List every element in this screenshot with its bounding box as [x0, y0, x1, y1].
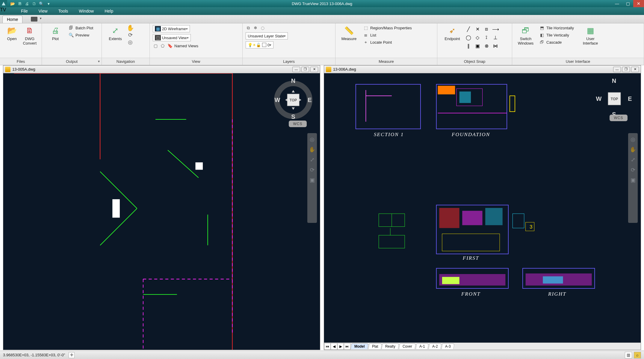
- menu-help[interactable]: Help: [99, 7, 119, 15]
- panel-output: 🖨 Plot 🗐Batch Plot 🔍Preview Output▾: [42, 23, 102, 65]
- menu-tools[interactable]: Tools: [53, 7, 74, 15]
- doc-left-close[interactable]: ✕: [310, 67, 318, 72]
- doc-left-titlebar[interactable]: 13-005A.dwg — ❐ ✕: [3, 66, 320, 73]
- snap-appint-icon[interactable]: ⧇: [482, 25, 491, 33]
- nav-wheel-icon[interactable]: ◎: [631, 136, 635, 143]
- find-icon[interactable]: 🔍: [39, 1, 44, 6]
- measure-button[interactable]: 📏 Measure: [338, 25, 359, 41]
- viewport-single-icon[interactable]: ▢: [153, 43, 158, 48]
- nav-wheel-icon[interactable]: ◎: [310, 136, 315, 143]
- tab-home[interactable]: Home: [2, 16, 22, 23]
- switch-windows-button[interactable]: 🗗 Switch Windows: [515, 25, 536, 45]
- application-menu-button[interactable]: TV: [0, 7, 6, 13]
- model-space-toggle[interactable]: ▥: [625, 352, 632, 358]
- tab-first-button[interactable]: ⏮: [324, 343, 331, 350]
- endpoint-button[interactable]: ➶ Endpoint: [440, 25, 464, 41]
- layout-tab-a2[interactable]: A-2: [428, 343, 442, 349]
- annotation-scale-button[interactable]: ⌕: [634, 352, 641, 358]
- cascade-button[interactable]: 🗗Cascade: [539, 39, 574, 45]
- doc-left-restore[interactable]: ❐: [301, 67, 309, 72]
- tab-prev-button[interactable]: ◀: [331, 343, 337, 350]
- menu-window[interactable]: Window: [73, 7, 99, 15]
- plot-button[interactable]: 🖨 Plot: [45, 25, 66, 41]
- wcs-badge-left[interactable]: WCS: [289, 121, 307, 127]
- snap-mid-icon[interactable]: ╱: [464, 25, 473, 33]
- menu-view[interactable]: View: [33, 7, 53, 15]
- nav-pan-icon[interactable]: ✋: [309, 146, 315, 153]
- print-icon[interactable]: 🖨: [25, 1, 29, 6]
- wcs-badge-right[interactable]: WCS: [610, 115, 628, 121]
- panel-expand-icon[interactable]: ▾: [98, 59, 100, 63]
- open-button[interactable]: 📂 Open: [3, 25, 21, 41]
- tile-horizontal-button[interactable]: ⬒Tile Horizontally: [539, 25, 574, 31]
- nav-zoom-icon[interactable]: ⤢: [310, 156, 315, 163]
- layout-tab-cover[interactable]: Cover: [399, 343, 416, 349]
- current-layer-combo[interactable]: 💡 ☀ 🔓 0▾: [246, 41, 273, 48]
- snap-tan-icon[interactable]: ⟟: [482, 34, 491, 41]
- open-icon[interactable]: 📂: [10, 1, 15, 6]
- orbit-icon[interactable]: ⟳: [128, 32, 133, 38]
- dwg-convert-button[interactable]: 🗎 DWG Convert: [21, 25, 39, 45]
- navbar-left[interactable]: ◎ ✋ ⤢ ⟳ ▣: [307, 133, 317, 223]
- maximize-button[interactable]: ▢: [622, 0, 633, 7]
- named-views-button[interactable]: Named Views: [174, 44, 198, 48]
- nav-orbit-icon[interactable]: ⟳: [310, 167, 315, 173]
- snap-perp-icon[interactable]: ⊥: [491, 34, 500, 41]
- snap-ext-icon[interactable]: ⟶: [491, 25, 500, 33]
- crosshair-toggle[interactable]: ✛: [69, 352, 75, 358]
- layout-tab-a3[interactable]: A-3: [441, 343, 454, 349]
- doc-right-close[interactable]: ✕: [631, 67, 639, 72]
- layer-freeze-icon[interactable]: ❄: [253, 25, 258, 31]
- nav-showmotion-icon[interactable]: ▣: [631, 177, 636, 183]
- viewport-iso-icon[interactable]: ⬠: [160, 43, 165, 48]
- snap-node-icon[interactable]: ⊗: [482, 42, 491, 50]
- qat-dropdown-icon[interactable]: ▾: [46, 1, 51, 6]
- doc-left-canvas[interactable]: N S W E TOP WCS ◎ ✋ ⤢ ⟳ ▣: [3, 73, 320, 350]
- layout-tab-realty[interactable]: Realty: [382, 343, 399, 349]
- saved-view-combo[interactable]: ◫ Unsaved View▾: [153, 34, 191, 41]
- layer-off-icon[interactable]: ◌: [260, 25, 265, 31]
- menu-file[interactable]: File: [16, 7, 33, 15]
- nav-pan-icon[interactable]: ✋: [630, 146, 636, 153]
- nav-showmotion-icon[interactable]: ▣: [310, 177, 315, 183]
- pan-icon[interactable]: ✋: [128, 25, 133, 31]
- tile-vertical-button[interactable]: ◧Tile Vertically: [539, 32, 574, 38]
- snap-parallel-icon[interactable]: ∥: [464, 42, 473, 50]
- snap-int-icon[interactable]: ✕: [473, 25, 482, 33]
- snap-center-icon[interactable]: ◯: [464, 34, 473, 41]
- doc-right-canvas[interactable]: SECTION 1 FOUNDATION: [324, 73, 641, 343]
- nav-zoom-icon[interactable]: ⤢: [631, 156, 635, 163]
- layer-iso-icon[interactable]: ⧉: [246, 25, 251, 31]
- print-preview-icon[interactable]: 🗋: [32, 1, 37, 6]
- layer-state-combo[interactable]: Unsaved Layer State▾: [246, 32, 288, 39]
- nav-orbit-icon[interactable]: ⟳: [631, 167, 635, 173]
- snap-near-icon[interactable]: ⋈: [491, 42, 500, 50]
- viewcube-right[interactable]: N S W E TOP: [595, 77, 634, 119]
- save-icon[interactable]: 🖹: [17, 1, 22, 6]
- snap-quad-icon[interactable]: ◇: [473, 34, 482, 41]
- tab-last-button[interactable]: ⏭: [344, 343, 350, 350]
- doc-right-restore[interactable]: ❐: [622, 67, 630, 72]
- steering-wheel-icon[interactable]: ◎: [128, 39, 133, 45]
- batch-plot-button[interactable]: 🗐Batch Plot: [68, 25, 93, 31]
- close-button[interactable]: ✕: [633, 0, 644, 7]
- tab-next-button[interactable]: ▶: [337, 343, 344, 350]
- list-button[interactable]: ≣List: [363, 32, 412, 38]
- layout-tab-plat[interactable]: Plat: [368, 343, 382, 349]
- preview-button[interactable]: 🔍Preview: [68, 32, 93, 38]
- addin-icon[interactable]: [31, 17, 37, 22]
- region-mass-button[interactable]: ⬚Region/Mass Properties: [363, 25, 412, 31]
- viewcube-left[interactable]: N S W E TOP: [274, 77, 313, 119]
- visual-style-combo[interactable]: ▦ 2D Wireframe▾: [153, 25, 190, 32]
- doc-right-minimize[interactable]: —: [613, 67, 621, 72]
- doc-left-minimize[interactable]: —: [292, 67, 300, 72]
- user-interface-button[interactable]: ▦ User Interface: [580, 25, 601, 45]
- layout-tab-a1[interactable]: A-1: [416, 343, 429, 349]
- navbar-right[interactable]: ◎ ✋ ⤢ ⟳ ▣: [628, 133, 638, 223]
- extents-button[interactable]: ⤢ Extents: [105, 25, 126, 41]
- minimize-button[interactable]: —: [612, 0, 622, 7]
- doc-right-titlebar[interactable]: 13-006A.dwg — ❐ ✕: [324, 66, 641, 73]
- snap-insert-icon[interactable]: ▣: [473, 42, 482, 50]
- locate-point-button[interactable]: ⌖Locate Point: [363, 39, 412, 45]
- layout-tab-model[interactable]: Model: [350, 343, 368, 349]
